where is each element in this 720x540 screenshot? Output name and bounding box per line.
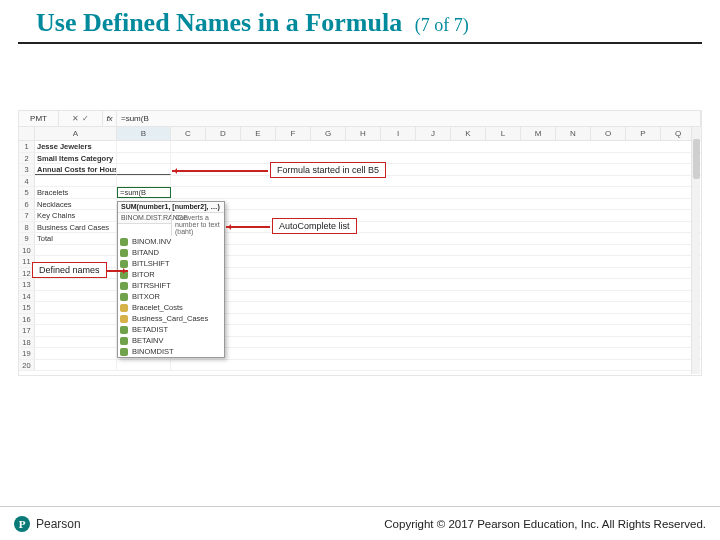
callout-formula-started: Formula started in cell B5: [270, 162, 386, 178]
cell-B5[interactable]: =sum(B: [117, 187, 171, 198]
pearson-logo: P Pearson: [14, 516, 81, 532]
formula-commit-buttons[interactable]: ✕ ✓: [59, 111, 103, 126]
autocomplete-item[interactable]: BINOM.INV: [118, 236, 224, 247]
callout-autocomplete: AutoComplete list: [272, 218, 357, 234]
col-header-G[interactable]: G: [311, 127, 346, 140]
function-icon: [120, 260, 128, 268]
autocomplete-item[interactable]: Business_Card_Cases: [118, 313, 224, 324]
autocomplete-signature: SUM(number1, [number2], …): [118, 202, 224, 213]
autocomplete-item[interactable]: BITAND: [118, 247, 224, 258]
autocomplete-item[interactable]: BETADIST: [118, 324, 224, 335]
copyright: Copyright © 2017 Pearson Education, Inc.…: [384, 518, 706, 530]
excel-screenshot: PMT ✕ ✓ fx =sum(B A B C D E F G H I J K …: [18, 110, 702, 376]
select-all-corner[interactable]: [19, 127, 35, 140]
cell-A9[interactable]: Total: [35, 233, 117, 244]
col-header-A[interactable]: A: [35, 127, 117, 140]
autocomplete-first[interactable]: BINOM.DIST.RANGE: [118, 213, 171, 224]
col-header-M[interactable]: M: [521, 127, 556, 140]
cell-A7[interactable]: Key Chains: [35, 210, 117, 221]
title-sub: (7 of 7): [415, 15, 469, 35]
slide: Use Defined Names in a Formula (7 of 7) …: [0, 0, 720, 540]
cell-A1[interactable]: Jesse Jewelers: [35, 141, 117, 152]
vertical-scrollbar[interactable]: [691, 127, 700, 374]
cell-A8[interactable]: Business Card Cases: [35, 222, 117, 233]
defined-name-icon: [120, 315, 128, 323]
pearson-logo-icon: P: [14, 516, 30, 532]
formula-bar: PMT ✕ ✓ fx =sum(B: [19, 111, 701, 127]
function-icon: [120, 326, 128, 334]
fx-icon[interactable]: fx: [103, 111, 117, 126]
arrow-to-autocomplete: [226, 226, 270, 228]
autocomplete-list[interactable]: BINOM.INVBITANDBITLSHIFTBITORBITRSHIFTBI…: [118, 236, 224, 357]
col-header-H[interactable]: H: [346, 127, 381, 140]
col-header-C[interactable]: C: [171, 127, 206, 140]
function-icon: [120, 238, 128, 246]
formula-input[interactable]: =sum(B: [117, 111, 701, 126]
autocomplete-item[interactable]: BITOR: [118, 269, 224, 280]
col-header-B[interactable]: B: [117, 127, 171, 140]
cell-A2[interactable]: Small Items Category: [35, 153, 117, 164]
col-header-J[interactable]: J: [416, 127, 451, 140]
col-header-E[interactable]: E: [241, 127, 276, 140]
col-header-N[interactable]: N: [556, 127, 591, 140]
autocomplete-item[interactable]: BITXOR: [118, 291, 224, 302]
autocomplete-item[interactable]: BINOMDIST: [118, 346, 224, 357]
function-icon: [120, 348, 128, 356]
autocomplete-item[interactable]: Bracelet_Costs: [118, 302, 224, 313]
col-header-F[interactable]: F: [276, 127, 311, 140]
function-icon: [120, 337, 128, 345]
cell-A6[interactable]: Necklaces: [35, 199, 117, 210]
cell-A5[interactable]: Bracelets: [35, 187, 117, 198]
pearson-logo-text: Pearson: [36, 517, 81, 531]
column-headers: A B C D E F G H I J K L M N O P Q: [19, 127, 701, 141]
arrow-to-defined-names: [106, 270, 128, 272]
cell-A3[interactable]: Annual Costs for Houston Store: [35, 164, 117, 175]
function-icon: [120, 282, 128, 290]
col-header-I[interactable]: I: [381, 127, 416, 140]
defined-name-icon: [120, 304, 128, 312]
function-icon: [120, 293, 128, 301]
footer: P Pearson Copyright © 2017 Pearson Educa…: [0, 506, 720, 540]
title-bar: Use Defined Names in a Formula (7 of 7): [18, 0, 702, 44]
autocomplete-item[interactable]: BITLSHIFT: [118, 258, 224, 269]
col-header-K[interactable]: K: [451, 127, 486, 140]
name-box[interactable]: PMT: [19, 111, 59, 126]
autocomplete-item[interactable]: BITRSHIFT: [118, 280, 224, 291]
function-icon: [120, 249, 128, 257]
arrow-to-b5: [172, 170, 268, 172]
callout-defined-names: Defined names: [32, 262, 107, 278]
autocomplete-tip: Converts a number to text (baht): [171, 213, 224, 236]
col-header-D[interactable]: D: [206, 127, 241, 140]
autocomplete-dropdown[interactable]: SUM(number1, [number2], …) BINOM.DIST.RA…: [117, 201, 225, 358]
title-main: Use Defined Names in a Formula: [36, 8, 402, 37]
col-header-L[interactable]: L: [486, 127, 521, 140]
col-header-P[interactable]: P: [626, 127, 661, 140]
col-header-O[interactable]: O: [591, 127, 626, 140]
autocomplete-item[interactable]: BETAINV: [118, 335, 224, 346]
slide-title: Use Defined Names in a Formula (7 of 7): [36, 8, 684, 38]
